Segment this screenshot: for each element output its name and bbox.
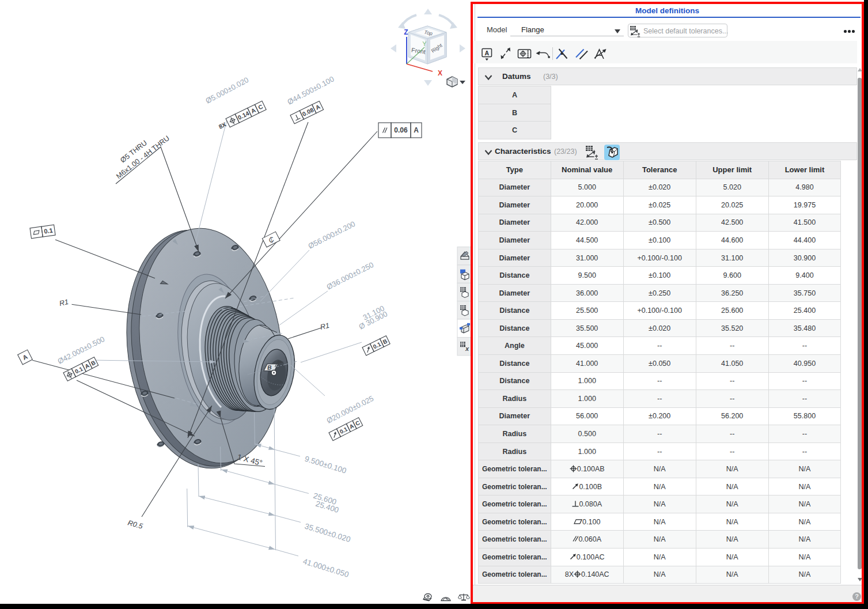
svg-text:Ø36.000±0.250: Ø36.000±0.250 [325, 260, 376, 292]
svg-text:9.500±0.100: 9.500±0.100 [304, 455, 347, 475]
svg-text:Ø5.000±0.020: Ø5.000±0.020 [204, 75, 250, 105]
svg-text:0.06: 0.06 [394, 126, 408, 134]
svg-text:X: X [438, 69, 442, 77]
svg-text:Ø44.500±0.100: Ø44.500±0.100 [286, 74, 335, 106]
svg-text:Y: Y [422, 40, 427, 47]
svg-text:A: A [414, 126, 419, 134]
svg-text:0.1: 0.1 [44, 226, 54, 234]
svg-text:R1: R1 [320, 321, 331, 331]
svg-text:Ø56.000±0.200: Ø56.000±0.200 [307, 220, 357, 251]
svg-text:R0.5: R0.5 [127, 519, 143, 530]
svg-text:x: x [465, 345, 469, 352]
svg-text:Ø20.000±0.025: Ø20.000±0.025 [325, 394, 376, 425]
svg-text:A: A [485, 50, 490, 56]
svg-text:Ø42.000±0.500: Ø42.000±0.500 [56, 335, 107, 366]
svg-text:B: B [267, 364, 272, 371]
svg-text:41.000±0.050: 41.000±0.050 [302, 557, 350, 579]
svg-text:8X: 8X [218, 120, 228, 130]
svg-text:R1: R1 [59, 298, 70, 308]
svg-text:35.500±0.020: 35.500±0.020 [304, 522, 351, 544]
svg-text:Z: Z [404, 28, 408, 36]
